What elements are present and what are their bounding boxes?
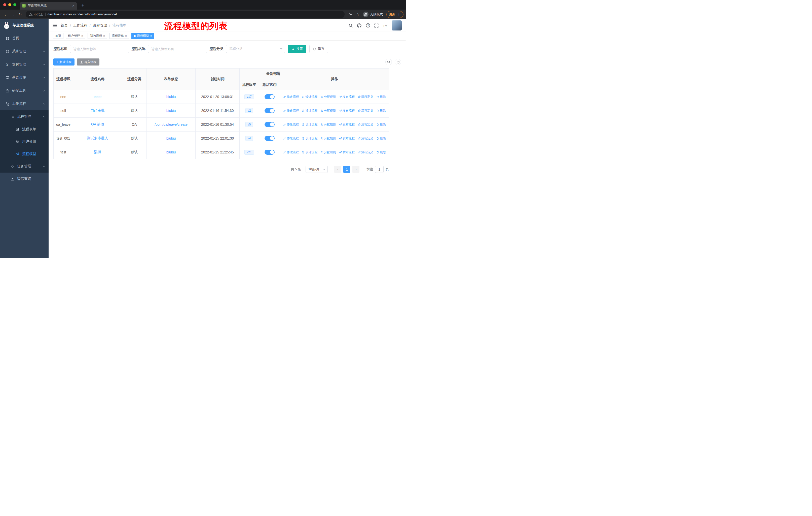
- sidebar-item-system[interactable]: 系统管理: [0, 45, 49, 58]
- publish-process-link[interactable]: 发布流程: [339, 123, 355, 127]
- process-name-link[interactable]: 滔博: [94, 150, 101, 154]
- process-name-link[interactable]: OA 请假: [91, 122, 104, 126]
- import-process-button[interactable]: 导入流程: [77, 58, 99, 65]
- prev-page-button[interactable]: ‹: [334, 166, 341, 173]
- publish-process-link[interactable]: 发布流程: [339, 136, 355, 141]
- browser-tab[interactable]: 芋道管理系统 ×: [20, 2, 77, 9]
- assign-rule-link[interactable]: 分配规则: [320, 150, 336, 155]
- search-icon[interactable]: [349, 23, 353, 28]
- sidebar-item-process-model[interactable]: 流程模型: [0, 147, 49, 160]
- maximize-window-button[interactable]: [13, 3, 17, 6]
- process-definition-link[interactable]: 流程定义: [358, 136, 373, 141]
- process-definition-link[interactable]: 流程定义: [358, 123, 373, 127]
- github-icon[interactable]: [357, 23, 362, 28]
- tag-tenant-mgmt[interactable]: 租户管理 ×: [66, 33, 85, 39]
- refresh-table-button[interactable]: [395, 59, 401, 65]
- tag-close-icon[interactable]: ×: [103, 34, 105, 37]
- sidebar-item-payment[interactable]: ¥ 支付管理: [0, 58, 49, 71]
- delete-process-link[interactable]: 删除: [376, 136, 386, 141]
- assign-rule-link[interactable]: 分配规则: [320, 109, 336, 113]
- tag-close-icon[interactable]: ×: [125, 34, 127, 37]
- active-toggle[interactable]: [265, 94, 274, 99]
- tag-my-process[interactable]: 我的流程 ×: [88, 33, 107, 39]
- reload-icon[interactable]: ↻: [17, 11, 24, 18]
- modify-process-link[interactable]: 修改流程: [283, 150, 299, 155]
- delete-process-link[interactable]: 删除: [376, 150, 386, 155]
- sidebar-item-devtools[interactable]: 研发工具: [0, 84, 49, 97]
- fullscreen-icon[interactable]: [374, 23, 379, 28]
- create-process-button[interactable]: + 新建流程: [53, 58, 75, 65]
- key-icon[interactable]: [348, 12, 352, 17]
- sidebar-item-infra[interactable]: 基础设施: [0, 71, 49, 84]
- publish-process-link[interactable]: 发布流程: [339, 150, 355, 155]
- active-toggle[interactable]: [265, 136, 274, 141]
- minimize-window-button[interactable]: [8, 3, 11, 6]
- form-info-link[interactable]: /bpm/oa/leave/create: [154, 123, 187, 127]
- delete-process-link[interactable]: 删除: [376, 95, 386, 99]
- help-icon[interactable]: ?: [366, 23, 370, 28]
- back-icon[interactable]: ←: [2, 11, 9, 18]
- process-definition-link[interactable]: 流程定义: [358, 150, 373, 155]
- process-key-input[interactable]: [70, 45, 129, 53]
- process-definition-link[interactable]: 流程定义: [358, 95, 373, 99]
- user-avatar[interactable]: [392, 20, 402, 30]
- search-button[interactable]: 搜索: [288, 45, 306, 53]
- bookmark-star-icon[interactable]: ☆: [356, 12, 359, 17]
- forward-icon[interactable]: →: [9, 11, 17, 18]
- form-info-link[interactable]: biubiu: [166, 136, 176, 140]
- sidebar-item-home[interactable]: 首页: [0, 32, 49, 45]
- goto-page-input[interactable]: [375, 166, 384, 173]
- address-bar[interactable]: 不安全 dashboard.yudao.iocoder.cn/bpm/manag…: [26, 11, 345, 18]
- active-toggle[interactable]: [265, 150, 274, 155]
- process-name-link[interactable]: 测试多审批人: [87, 136, 108, 140]
- active-toggle[interactable]: [265, 122, 274, 127]
- delete-process-link[interactable]: 删除: [376, 109, 386, 113]
- form-info-link[interactable]: biubiu: [166, 150, 176, 154]
- design-process-link[interactable]: 设计流程: [302, 109, 317, 113]
- modify-process-link[interactable]: 修改流程: [283, 136, 299, 141]
- sidebar-item-user-group[interactable]: 用户分组: [0, 135, 49, 147]
- tab-close-icon[interactable]: ×: [72, 4, 75, 7]
- design-process-link[interactable]: 设计流程: [302, 95, 317, 99]
- assign-rule-link[interactable]: 分配规则: [320, 95, 336, 99]
- process-name-link[interactable]: 自己审批: [91, 108, 105, 112]
- process-definition-link[interactable]: 流程定义: [358, 109, 373, 113]
- reset-button[interactable]: 重置: [309, 45, 328, 53]
- new-tab-button[interactable]: +: [79, 1, 87, 9]
- sidebar-item-task-mgmt[interactable]: 任务管理: [0, 160, 49, 172]
- page-size-select[interactable]: 10条/页: [306, 166, 328, 173]
- app-logo[interactable]: 芋道管理系统: [0, 19, 49, 32]
- design-process-link[interactable]: 设计流程: [302, 150, 317, 155]
- tag-home[interactable]: 首页: [53, 33, 63, 39]
- process-category-select[interactable]: 流程分类: [226, 45, 285, 53]
- modify-process-link[interactable]: 修改流程: [283, 95, 299, 99]
- sidebar-item-leave-query[interactable]: 请假查询: [0, 172, 49, 185]
- browser-menu-icon[interactable]: ⋮: [397, 12, 401, 17]
- active-toggle[interactable]: [265, 108, 274, 113]
- font-size-icon[interactable]: TT: [383, 23, 388, 28]
- tag-process-form[interactable]: 流程表单 ×: [110, 33, 129, 39]
- assign-rule-link[interactable]: 分配规则: [320, 136, 336, 141]
- tag-process-model[interactable]: 流程模型 ×: [132, 33, 154, 39]
- modify-process-link[interactable]: 修改流程: [283, 109, 299, 113]
- tag-close-icon[interactable]: ×: [81, 34, 83, 37]
- page-number-1[interactable]: 1: [343, 166, 350, 173]
- process-name-link[interactable]: eeee: [94, 95, 102, 99]
- delete-process-link[interactable]: 删除: [376, 123, 386, 127]
- form-info-link[interactable]: biubiu: [166, 95, 176, 99]
- publish-process-link[interactable]: 发布流程: [339, 109, 355, 113]
- design-process-link[interactable]: 设计流程: [302, 123, 317, 127]
- assign-rule-link[interactable]: 分配规则: [320, 123, 336, 127]
- sidebar-item-process-mgmt[interactable]: 流程管理: [0, 110, 49, 123]
- sidebar-item-workflow[interactable]: 工作流程: [0, 97, 49, 110]
- form-info-link[interactable]: biubiu: [166, 109, 176, 113]
- publish-process-link[interactable]: 发布流程: [339, 95, 355, 99]
- tag-close-icon[interactable]: ×: [150, 34, 152, 37]
- breadcrumb-item-workflow[interactable]: 工作流程: [73, 23, 87, 28]
- next-page-button[interactable]: ›: [352, 166, 359, 173]
- close-window-button[interactable]: [3, 3, 6, 6]
- sidebar-collapse-icon[interactable]: [52, 23, 57, 27]
- sidebar-item-process-form[interactable]: 流程表单: [0, 123, 49, 135]
- design-process-link[interactable]: 设计流程: [302, 136, 317, 141]
- breadcrumb-item-process-mgmt[interactable]: 流程管理: [93, 23, 107, 28]
